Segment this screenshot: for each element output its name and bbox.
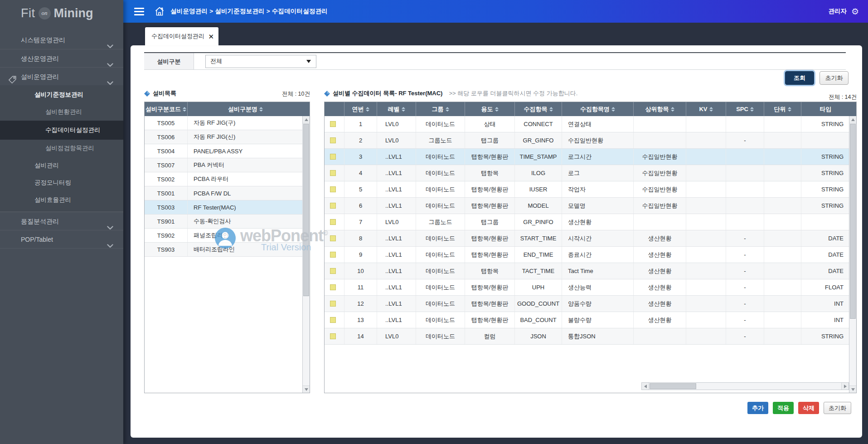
table-row[interactable]: 6..LVL1데이터노드탭항목/현황판MODEL모델명수집일반현황STRING — [325, 198, 849, 214]
sidebar-item-수집데이터설정관리[interactable]: 수집데이터설정관리 — [0, 121, 123, 140]
right-vertical-scrollbar[interactable] — [849, 116, 856, 393]
row-select-cell[interactable] — [325, 312, 344, 328]
column-header-수집항목명[interactable]: 수집항목명 — [562, 102, 634, 116]
table-row[interactable]: 4..LVL1데이터노드탭항목ILOG로그수집일반현황STRING — [325, 165, 849, 181]
table-row[interactable]: TS002PCBA 라우터 — [145, 172, 302, 186]
gear-icon[interactable]: ⚙ — [851, 7, 859, 16]
reset-button-bottom[interactable]: 초기화 — [824, 402, 851, 414]
column-header-수집항목[interactable]: 수집항목 — [515, 102, 562, 116]
table-row[interactable]: TS005자동 RF JIG(구) — [145, 116, 302, 130]
column-header-용도[interactable]: 용도 — [465, 102, 515, 116]
table-row[interactable]: 5..LVL1데이터노드탭항목/현황판IUSER작업자수집일반현황STRING — [325, 181, 849, 198]
column-header-설비구분코드[interactable]: 설비구분코드 — [145, 102, 188, 116]
sidebar-item-설비현황관리[interactable]: 설비현황관리 — [0, 103, 123, 121]
row-select-cell[interactable] — [325, 198, 344, 214]
row-select-cell[interactable] — [325, 132, 344, 148]
yellow-tag-icon[interactable] — [330, 121, 336, 127]
column-header-그룹[interactable]: 그룹 — [416, 102, 465, 116]
sidebar-item-설비관리[interactable]: 설비관리 — [0, 157, 123, 174]
tab-collect-data-settings[interactable]: 수집데이터설정관리 ✕ — [145, 27, 218, 45]
yellow-tag-icon[interactable] — [330, 333, 336, 339]
column-header-select[interactable] — [325, 102, 344, 116]
sidebar-item-4[interactable]: POP/Tablet — [0, 230, 123, 248]
user-name[interactable]: 관리자 — [828, 7, 847, 15]
sort-icon[interactable] — [750, 107, 754, 112]
column-header-레벨[interactable]: 레벨 — [377, 102, 416, 116]
yellow-tag-icon[interactable] — [330, 284, 336, 290]
reset-button-top[interactable]: 초기화 — [820, 71, 849, 85]
row-select-cell[interactable] — [325, 328, 344, 344]
horizontal-scrollbar[interactable] — [641, 382, 849, 390]
scrollbar-thumb[interactable] — [303, 124, 309, 296]
close-icon[interactable]: ✕ — [208, 33, 214, 40]
yellow-tag-icon[interactable] — [330, 235, 336, 241]
sidebar-item-설비점검항목관리[interactable]: 설비점검항목관리 — [0, 140, 123, 157]
table-row[interactable]: 8..LVL1데이터노드탭항목/현황판START_TIME시작시간생산현황-DA… — [325, 230, 849, 247]
left-vertical-scrollbar[interactable] — [302, 116, 310, 393]
scroll-down-icon[interactable] — [849, 385, 856, 393]
table-row[interactable]: TS901수동-확인검사 — [145, 215, 302, 229]
scrollbar-thumb[interactable] — [850, 124, 856, 319]
yellow-tag-icon[interactable] — [330, 317, 336, 323]
search-button[interactable]: 조회 — [785, 71, 814, 85]
table-row[interactable]: 14LVL0데이터노드컬럼JSON통합JSON-STRING — [325, 328, 849, 345]
sort-icon[interactable] — [611, 107, 615, 112]
sidebar-item-설비효율관리[interactable]: 설비효율관리 — [0, 191, 123, 209]
row-select-cell[interactable] — [325, 247, 344, 263]
yellow-tag-icon[interactable] — [330, 252, 336, 258]
sidebar-item-1[interactable]: 생산운영관리 — [0, 49, 123, 67]
scroll-left-icon[interactable] — [642, 383, 649, 390]
table-row[interactable]: 9..LVL1데이터노드탭항목/현황판END_TIME종료시간생산현황-DATE — [325, 247, 849, 263]
row-select-cell[interactable] — [325, 149, 344, 165]
table-row[interactable]: TS007PBA 커넥터 — [145, 158, 302, 172]
table-row[interactable]: 10..LVL1데이터노드탭항목TACT_TIMETact Time생산현황-D… — [325, 263, 849, 279]
yellow-tag-icon[interactable] — [330, 186, 336, 192]
table-row[interactable]: TS003RF Tester(MAC) — [145, 200, 302, 215]
yellow-tag-icon[interactable] — [330, 268, 336, 274]
sort-icon[interactable] — [259, 107, 263, 112]
delete-button[interactable]: 삭제 — [798, 402, 819, 414]
row-select-cell[interactable] — [325, 165, 344, 181]
sort-icon[interactable] — [788, 107, 791, 112]
table-row[interactable]: 2LVL0그룹노드탭그룹GR_GINFO수집일반현황- — [325, 132, 849, 149]
row-select-cell[interactable] — [325, 279, 344, 295]
column-header-설비구분명[interactable]: 설비구분명 — [188, 102, 303, 116]
table-row[interactable]: 13..LVL1데이터노드탭항목/현황판BAD_COUNT불량수량생산현황-IN… — [325, 312, 849, 328]
yellow-tag-icon[interactable] — [330, 170, 336, 176]
sidebar-item-0[interactable]: 시스템운영관리 — [0, 31, 123, 49]
table-row[interactable]: 7LVL0그룹노드탭그룹GR_PINFO생산현황 — [325, 214, 849, 230]
home-icon[interactable] — [154, 6, 165, 17]
yellow-tag-icon[interactable] — [330, 154, 336, 160]
table-row[interactable]: TS006자동 RF JIG(신) — [145, 130, 302, 144]
hamburger-icon[interactable] — [134, 6, 144, 17]
row-select-cell[interactable] — [325, 263, 344, 279]
sidebar-item-3[interactable]: 품질분석관리 — [0, 212, 123, 230]
column-header-KV[interactable]: KV — [686, 102, 726, 116]
column-header-연번[interactable]: 연번 — [344, 102, 377, 116]
sort-icon[interactable] — [495, 107, 499, 112]
sidebar-item-공정모니터링[interactable]: 공정모니터링 — [0, 174, 123, 191]
yellow-tag-icon[interactable] — [330, 301, 336, 307]
scroll-up-icon[interactable] — [849, 116, 856, 123]
scroll-right-icon[interactable] — [841, 383, 849, 390]
row-select-cell[interactable] — [325, 181, 344, 197]
table-row[interactable]: 12..LVL1데이터노드탭항목/현황판GOOD_COUNT양품수량생산현황-I… — [325, 296, 849, 312]
add-button[interactable]: 추가 — [747, 402, 768, 414]
apply-button[interactable]: 적용 — [773, 402, 794, 414]
sort-icon[interactable] — [446, 107, 449, 112]
row-select-cell[interactable] — [325, 230, 344, 246]
yellow-tag-icon[interactable] — [330, 137, 336, 143]
table-row[interactable]: TS902패널조립라인 — [145, 229, 302, 243]
sidebar-item-2[interactable]: 설비운영관리 — [0, 67, 123, 85]
table-row[interactable]: TS001PCBA F/W DL — [145, 186, 302, 200]
sort-icon[interactable] — [366, 107, 369, 112]
row-select-cell[interactable] — [325, 214, 344, 230]
row-select-cell[interactable] — [325, 116, 344, 132]
row-select-cell[interactable] — [325, 296, 344, 312]
scrollbar-thumb[interactable] — [650, 383, 696, 389]
table-row[interactable]: TS903배터리조립라인 — [145, 243, 302, 257]
scroll-up-icon[interactable] — [303, 116, 310, 123]
sort-icon[interactable] — [402, 107, 405, 112]
table-row[interactable]: 3..LVL1데이터노드탭항목/현황판TIME_STAMP로그시간수집일반현황S… — [325, 149, 849, 165]
column-header-타입[interactable]: 타입 — [801, 102, 850, 116]
